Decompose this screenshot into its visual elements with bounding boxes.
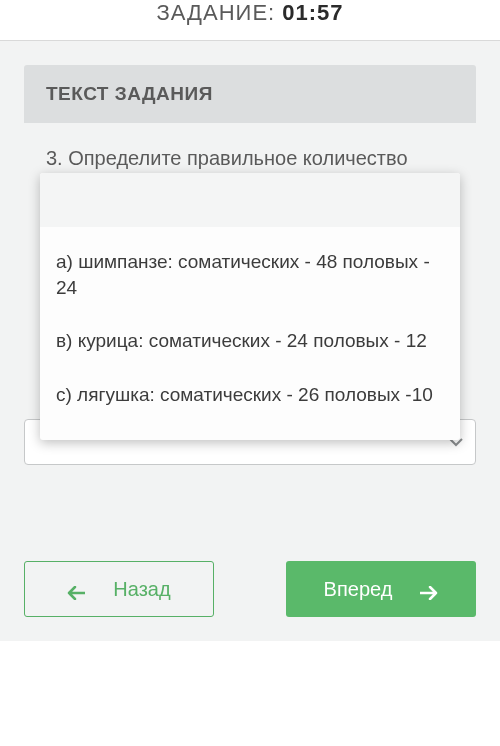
back-button[interactable]: Назад (24, 561, 214, 617)
popup-header (40, 173, 460, 227)
panel-title: ТЕКСТ ЗАДАНИЯ (46, 83, 454, 105)
options-popup: а) шимпанзе: соматических - 48 половых -… (40, 173, 460, 440)
arrow-right-icon (420, 582, 438, 596)
task-label: ЗАДАНИЕ: (156, 0, 282, 25)
forward-label: Вперед (324, 578, 393, 601)
question-text: 3. Определите правильное количество (24, 123, 476, 170)
nav-row: Назад Вперед (24, 561, 476, 617)
forward-button[interactable]: Вперед (286, 561, 476, 617)
option-b[interactable]: в) курица: соматических - 24 половых - 1… (54, 314, 446, 368)
back-label: Назад (113, 578, 170, 601)
panel-header: ТЕКСТ ЗАДАНИЯ (24, 65, 476, 123)
popup-body: а) шимпанзе: соматических - 48 половых -… (40, 227, 460, 440)
header-bar: ЗАДАНИЕ: 01:57 (0, 0, 500, 40)
timer-value: 01:57 (282, 0, 343, 25)
option-a[interactable]: а) шимпанзе: соматических - 48 половых -… (54, 235, 446, 314)
option-c[interactable]: с) лягушка: соматических - 26 половых -1… (54, 368, 446, 422)
arrow-left-icon (67, 582, 85, 596)
content-area: ТЕКСТ ЗАДАНИЯ 3. Определите правильное к… (0, 41, 500, 641)
